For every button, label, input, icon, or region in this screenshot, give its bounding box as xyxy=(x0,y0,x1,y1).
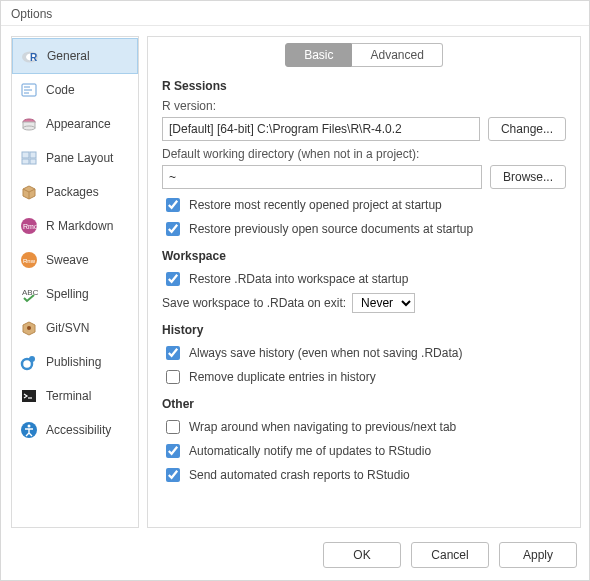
save-workspace-select[interactable]: Never xyxy=(352,293,415,313)
browse-working-dir-button[interactable]: Browse... xyxy=(490,165,566,189)
sidebar-item-code[interactable]: Code xyxy=(12,73,138,107)
sidebar-item-label: Appearance xyxy=(46,117,111,131)
sidebar-item-rmarkdown[interactable]: Rmd R Markdown xyxy=(12,209,138,243)
remove-dup-history-checkbox[interactable] xyxy=(166,370,180,384)
sidebar-item-label: R Markdown xyxy=(46,219,113,233)
r-logo-icon: R xyxy=(21,47,39,65)
section-r-sessions: R Sessions xyxy=(162,79,566,93)
always-save-history-row[interactable]: Always save history (even when not savin… xyxy=(162,343,566,363)
packages-icon xyxy=(20,183,38,201)
tab-strip: Basic Advanced xyxy=(162,43,566,67)
sidebar-item-label: Code xyxy=(46,83,75,97)
auto-notify-checkbox[interactable] xyxy=(166,444,180,458)
svg-rect-11 xyxy=(30,152,36,158)
restore-project-row[interactable]: Restore most recently opened project at … xyxy=(162,195,566,215)
ok-button[interactable]: OK xyxy=(323,542,401,568)
sidebar-item-accessibility[interactable]: Accessibility xyxy=(12,413,138,447)
svg-point-9 xyxy=(23,126,35,130)
working-dir-label: Default working directory (when not in a… xyxy=(162,147,566,161)
svg-point-25 xyxy=(28,425,31,428)
section-workspace: Workspace xyxy=(162,249,566,263)
section-history: History xyxy=(162,323,566,337)
restore-docs-checkbox[interactable] xyxy=(166,222,180,236)
svg-text:R: R xyxy=(30,52,38,63)
sidebar-item-pane-layout[interactable]: Pane Layout xyxy=(12,141,138,175)
sidebar-item-appearance[interactable]: Appearance xyxy=(12,107,138,141)
remove-dup-history-row[interactable]: Remove duplicate entries in history xyxy=(162,367,566,387)
dialog-footer: OK Cancel Apply xyxy=(1,532,589,580)
svg-rect-13 xyxy=(30,159,36,164)
cancel-button[interactable]: Cancel xyxy=(411,542,489,568)
sidebar-item-label: Terminal xyxy=(46,389,91,403)
code-icon xyxy=(20,81,38,99)
always-save-history-label: Always save history (even when not savin… xyxy=(189,346,462,360)
options-dialog: Options R General Code Appearance xyxy=(0,0,590,581)
svg-text:ABC: ABC xyxy=(22,288,38,297)
terminal-icon xyxy=(20,387,38,405)
save-workspace-label: Save workspace to .RData on exit: xyxy=(162,296,346,310)
svg-rect-10 xyxy=(22,152,29,158)
restore-docs-row[interactable]: Restore previously open source documents… xyxy=(162,219,566,239)
always-save-history-checkbox[interactable] xyxy=(166,346,180,360)
sidebar-item-label: Git/SVN xyxy=(46,321,89,335)
tab-advanced[interactable]: Advanced xyxy=(352,43,442,67)
svg-text:Rmd: Rmd xyxy=(23,223,38,230)
apply-button[interactable]: Apply xyxy=(499,542,577,568)
sidebar-item-label: Publishing xyxy=(46,355,101,369)
settings-panel: Basic Advanced R Sessions R version: Cha… xyxy=(147,36,581,528)
appearance-icon xyxy=(20,115,38,133)
spelling-icon: ABC xyxy=(20,285,38,303)
sidebar-item-label: General xyxy=(47,49,90,63)
svg-point-21 xyxy=(29,356,35,362)
sidebar-item-label: Spelling xyxy=(46,287,89,301)
sidebar-item-label: Sweave xyxy=(46,253,89,267)
wrap-tabs-checkbox[interactable] xyxy=(166,420,180,434)
restore-docs-label: Restore previously open source documents… xyxy=(189,222,473,236)
sidebar-item-git-svn[interactable]: Git/SVN xyxy=(12,311,138,345)
section-other: Other xyxy=(162,397,566,411)
sweave-icon: Rnw xyxy=(20,251,38,269)
category-sidebar: R General Code Appearance P xyxy=(11,36,139,528)
svg-rect-22 xyxy=(22,390,36,402)
sidebar-item-general[interactable]: R General xyxy=(12,38,138,74)
tab-basic[interactable]: Basic xyxy=(285,43,352,67)
change-r-version-button[interactable]: Change... xyxy=(488,117,566,141)
sidebar-item-publishing[interactable]: Publishing xyxy=(12,345,138,379)
sidebar-item-packages[interactable]: Packages xyxy=(12,175,138,209)
sidebar-item-label: Pane Layout xyxy=(46,151,113,165)
pane-layout-icon xyxy=(20,149,38,167)
crash-reports-label: Send automated crash reports to RStudio xyxy=(189,468,410,482)
publishing-icon xyxy=(20,353,38,371)
sidebar-item-sweave[interactable]: Rnw Sweave xyxy=(12,243,138,277)
working-dir-input[interactable] xyxy=(162,165,482,189)
restore-project-checkbox[interactable] xyxy=(166,198,180,212)
restore-rdata-row[interactable]: Restore .RData into workspace at startup xyxy=(162,269,566,289)
svg-text:Rnw: Rnw xyxy=(23,258,36,264)
accessibility-icon xyxy=(20,421,38,439)
restore-project-label: Restore most recently opened project at … xyxy=(189,198,442,212)
git-icon xyxy=(20,319,38,337)
dialog-body: R General Code Appearance P xyxy=(1,26,589,532)
window-title: Options xyxy=(1,1,589,26)
sidebar-item-terminal[interactable]: Terminal xyxy=(12,379,138,413)
sidebar-item-spelling[interactable]: ABC Spelling xyxy=(12,277,138,311)
r-version-label: R version: xyxy=(162,99,566,113)
restore-rdata-label: Restore .RData into workspace at startup xyxy=(189,272,408,286)
crash-reports-row[interactable]: Send automated crash reports to RStudio xyxy=(162,465,566,485)
sidebar-item-label: Packages xyxy=(46,185,99,199)
auto-notify-row[interactable]: Automatically notify me of updates to RS… xyxy=(162,441,566,461)
remove-dup-history-label: Remove duplicate entries in history xyxy=(189,370,376,384)
svg-point-19 xyxy=(27,326,31,330)
svg-rect-12 xyxy=(22,159,29,164)
restore-rdata-checkbox[interactable] xyxy=(166,272,180,286)
wrap-tabs-label: Wrap around when navigating to previous/… xyxy=(189,420,456,434)
crash-reports-checkbox[interactable] xyxy=(166,468,180,482)
r-version-input[interactable] xyxy=(162,117,480,141)
auto-notify-label: Automatically notify me of updates to RS… xyxy=(189,444,431,458)
sidebar-item-label: Accessibility xyxy=(46,423,111,437)
rmarkdown-icon: Rmd xyxy=(20,217,38,235)
wrap-tabs-row[interactable]: Wrap around when navigating to previous/… xyxy=(162,417,566,437)
